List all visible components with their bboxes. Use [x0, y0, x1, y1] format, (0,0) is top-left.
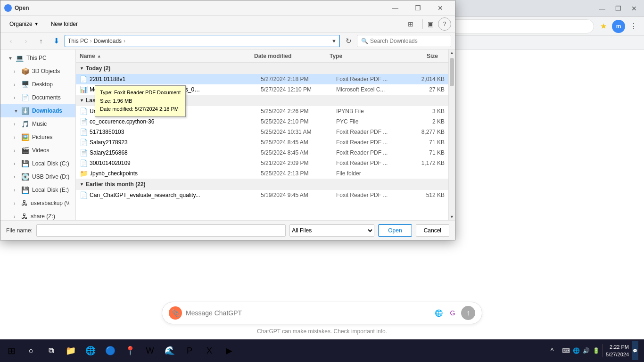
change-view-btn[interactable]: ⊞: [404, 17, 417, 31]
pictures-icon: 🖼️: [21, 133, 29, 141]
bookmark-star-btn[interactable]: ★: [597, 20, 610, 33]
start-btn[interactable]: ⊞: [2, 341, 21, 360]
task-view-icon: ⧉: [49, 346, 54, 355]
chrome-taskbar-btn[interactable]: 🔵: [101, 341, 120, 360]
cancel-btn[interactable]: Cancel: [416, 224, 449, 237]
breadcrumb-sep-2: ›: [124, 38, 125, 44]
forward-btn[interactable]: ›: [19, 34, 33, 48]
notification-btn[interactable]: 💬: [632, 341, 638, 360]
media-taskbar-btn[interactable]: ▶: [220, 341, 239, 360]
browser-profile-btn[interactable]: m: [612, 20, 625, 33]
taskbar-datetime[interactable]: 2:22 PM 5/27/2024: [606, 343, 629, 359]
preview-pane-btn[interactable]: ▣: [424, 17, 437, 31]
organize-btn[interactable]: Organize ▼: [4, 18, 44, 30]
sidebar-item-share-z[interactable]: › 🖧 share (Z:): [0, 210, 75, 220]
file-row-checkpoints[interactable]: 📁 .ipynb_checkpoints 5/25/2024 2:13 PM F…: [76, 168, 448, 179]
dialog-title: Open: [15, 5, 384, 11]
maximize-browser-btn[interactable]: ❐: [612, 2, 624, 15]
col-header-name[interactable]: Name ▲: [80, 53, 254, 59]
close-browser-btn[interactable]: ✕: [628, 2, 640, 15]
breadcrumb-this-pc[interactable]: This PC: [68, 38, 88, 44]
dialog-minimize-btn[interactable]: —: [384, 0, 406, 16]
chat-input[interactable]: [186, 309, 429, 317]
breadcrumb[interactable]: This PC › Downloads › ▼: [65, 35, 340, 47]
filetype-select[interactable]: All Files PDF Files Excel Files: [289, 224, 374, 237]
file-size-chatgpt: 512 KB: [402, 192, 445, 198]
volume-sys-icon: 🔊: [583, 347, 590, 354]
sidebar-item-music[interactable]: › 🎵 Music: [0, 117, 75, 131]
chat-send-btn[interactable]: ↑: [461, 306, 475, 320]
edge2-taskbar-btn[interactable]: 🌊: [160, 341, 179, 360]
hidden-icons-btn[interactable]: ^: [545, 344, 559, 358]
sidebar-item-usb-d[interactable]: › 💽 USB Drive (D:): [0, 170, 75, 183]
new-folder-btn[interactable]: New folder: [46, 18, 83, 30]
word-taskbar-btn[interactable]: W: [140, 341, 159, 360]
dialog-toolbar: Organize ▼ New folder ⊞ ▣ ?: [0, 16, 455, 33]
breadcrumb-dropdown-icon[interactable]: ▼: [331, 38, 337, 44]
ipynb-icon: 📄: [80, 107, 88, 115]
file-row-salary2[interactable]: 📄 Salary2156868 5/25/2024 8:45 AM Foxit …: [76, 148, 448, 158]
search-box[interactable]: 🔍: [357, 35, 451, 47]
chat-input-container[interactable]: 📎 🌐 G ↑: [162, 302, 482, 324]
sidebar-item-local-c[interactable]: › 💾 Local Disk (C:): [0, 157, 75, 170]
col-header-size[interactable]: Size: [396, 53, 438, 59]
col-header-date[interactable]: Date modified: [254, 53, 330, 59]
sidebar-item-downloads[interactable]: ▼ ⬇️ Downloads: [0, 104, 75, 117]
help-btn[interactable]: ?: [438, 17, 451, 31]
minimize-browser-btn[interactable]: —: [596, 2, 608, 15]
last-week-collapse-icon: ▼: [80, 98, 84, 103]
vertical-scrollbar[interactable]: ▲ ▼: [448, 49, 455, 220]
dialog-close-btn[interactable]: ✕: [429, 0, 451, 16]
sidebar-item-3d-objects[interactable]: › 📦 3D Objects: [0, 65, 75, 78]
col-header-type[interactable]: Type: [330, 53, 396, 59]
dialog-bottom: File name: All Files PDF Files Excel Fil…: [0, 220, 455, 240]
excel-taskbar-btn[interactable]: X: [200, 341, 219, 360]
sidebar-item-usersbackup[interactable]: › 🖧 usersbackup (\\: [0, 197, 75, 210]
sidebar-item-videos[interactable]: › 🎬 Videos: [0, 144, 75, 157]
file-size-51713: 8,277 KB: [402, 129, 445, 135]
chat-voice-icon[interactable]: 🌐: [433, 307, 444, 319]
file-name-checkpoints: .ipynb_checkpoints: [90, 170, 138, 177]
sidebar-item-local-e[interactable]: › 💾 Local Disk (E:): [0, 183, 75, 197]
filename-input[interactable]: [36, 224, 286, 237]
organize-label: Organize: [9, 21, 33, 27]
browser-menu-btn[interactable]: ⋮: [627, 20, 640, 33]
file-date-51713: 5/25/2024 10:31 AM: [261, 129, 336, 135]
file-row-pdf-1[interactable]: 📄 2201.01188v1 5/27/2024 2:18 PM Foxit R…: [76, 74, 448, 84]
search-input[interactable]: [370, 38, 447, 44]
file-explorer-taskbar-btn[interactable]: 📁: [61, 341, 80, 360]
sidebar-item-desktop[interactable]: › 🖥️ Desktop: [0, 78, 75, 91]
scroll-up-btn[interactable]: ▲: [449, 49, 455, 56]
sidebar-item-this-pc[interactable]: ▼ 💻 This PC: [0, 51, 75, 65]
search-taskbar-btn[interactable]: ○: [22, 341, 41, 360]
scroll-down-btn[interactable]: ▼: [449, 214, 455, 220]
file-row-3001[interactable]: 📄 3001014020109 5/21/2024 2:09 PM Foxit …: [76, 158, 448, 168]
file-row-pyc[interactable]: 📄 co_occurence.cpython-36 5/25/2024 2:10…: [76, 116, 448, 127]
sidebar-item-pictures[interactable]: › 🖼️ Pictures: [0, 131, 75, 144]
dialog-maximize-btn[interactable]: ❐: [407, 0, 429, 16]
task-view-btn[interactable]: ⧉: [41, 341, 60, 360]
ps-taskbar-btn[interactable]: P: [180, 341, 199, 360]
file-row-chatgpt[interactable]: 📄 Can_ChatGPT_evaluate_research_quality.…: [76, 190, 448, 200]
sidebar-item-documents[interactable]: › 📄 Documents: [0, 91, 75, 104]
dialog-addressbar: ‹ › ↑ ⬇ This PC › Downloads › ▼ ↻ 🔍: [0, 33, 455, 49]
open-btn[interactable]: Open: [378, 224, 412, 237]
earlier-group-header[interactable]: ▼ Earlier this month (22): [76, 179, 448, 190]
scroll-thumb[interactable]: [450, 58, 454, 86]
taskbar: ⊞ ○ ⧉ 📁 🌐 🔵 📍 W 🌊 P X ▶ ^ ⌨ 🌐 🔊 🔋 2:: [0, 339, 644, 362]
pyc-icon: 📄: [80, 118, 88, 125]
file-row-salary1[interactable]: 📄 Salary2178923 5/25/2024 8:45 AM Foxit …: [76, 137, 448, 148]
today-group-header[interactable]: ▼ Today (2): [76, 63, 448, 74]
refresh-btn[interactable]: ↻: [342, 34, 355, 48]
chat-image-icon[interactable]: G: [447, 307, 458, 319]
share-z-icon: 🖧: [21, 213, 28, 220]
maps-taskbar-btn[interactable]: 📍: [121, 341, 140, 360]
edge-taskbar-btn[interactable]: 🌐: [81, 341, 100, 360]
breadcrumb-downloads[interactable]: Downloads: [94, 38, 122, 44]
breadcrumb-sep-1: ›: [90, 38, 92, 44]
search-icon: 🔍: [361, 38, 368, 44]
edge2-icon: 🌊: [165, 346, 175, 356]
back-btn[interactable]: ‹: [4, 34, 17, 48]
up-btn[interactable]: ↑: [34, 34, 48, 48]
file-row-pdf-2[interactable]: 📄 51713850103 5/25/2024 10:31 AM Foxit R…: [76, 127, 448, 137]
